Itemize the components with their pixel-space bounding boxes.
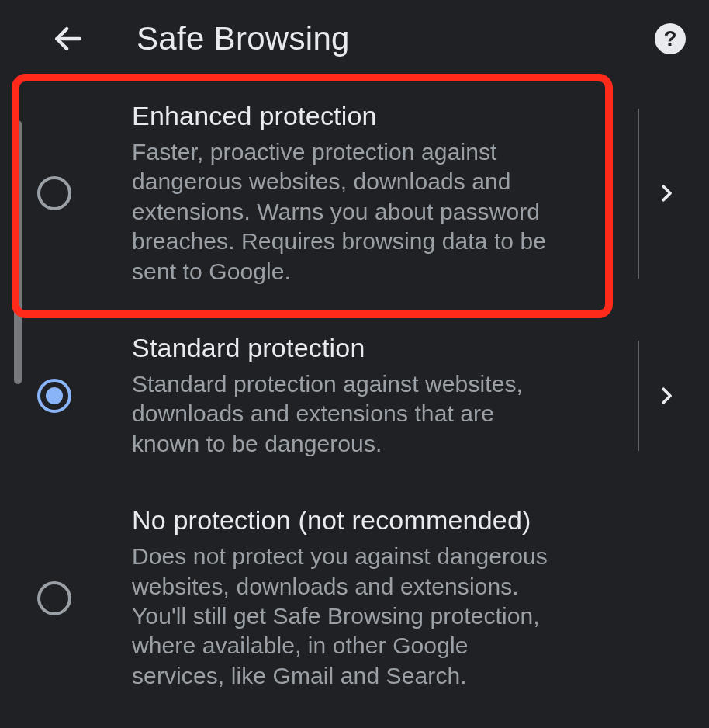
option-text: Standard protection Standard protection …: [85, 333, 638, 459]
radio-wrap: [23, 581, 85, 615]
option-no-protection[interactable]: No protection (not recommended) Does not…: [0, 482, 693, 714]
radio-none[interactable]: [37, 581, 71, 615]
radio-wrap: [23, 176, 85, 210]
option-title: Enhanced protection: [132, 101, 631, 131]
header-bar: Safe Browsing ?: [0, 0, 709, 78]
back-button[interactable]: [47, 17, 90, 61]
option-description: Does not protect you against dangerous w…: [132, 542, 566, 691]
option-description: Faster, proactive protection against dan…: [132, 137, 566, 286]
options-list: Enhanced protection Faster, proactive pr…: [0, 78, 709, 714]
option-detail-standard[interactable]: [639, 384, 693, 407]
chevron-right-icon: [655, 384, 678, 407]
radio-standard[interactable]: [37, 379, 71, 413]
option-detail-enhanced[interactable]: [639, 182, 693, 205]
radio-enhanced[interactable]: [37, 176, 71, 210]
page-title: Safe Browsing: [137, 20, 350, 57]
option-text: Enhanced protection Faster, proactive pr…: [85, 101, 638, 286]
option-enhanced-protection[interactable]: Enhanced protection Faster, proactive pr…: [0, 78, 693, 310]
option-text: No protection (not recommended) Does not…: [85, 505, 639, 691]
option-standard-protection[interactable]: Standard protection Standard protection …: [0, 310, 693, 482]
back-arrow-icon: [51, 22, 85, 56]
help-icon: ?: [663, 26, 676, 51]
chevron-right-icon: [655, 182, 678, 205]
option-title: Standard protection: [132, 333, 631, 363]
option-description: Standard protection against websites, do…: [132, 369, 566, 459]
option-title: No protection (not recommended): [132, 505, 631, 536]
radio-wrap: [23, 379, 85, 413]
help-button[interactable]: ?: [655, 23, 686, 54]
